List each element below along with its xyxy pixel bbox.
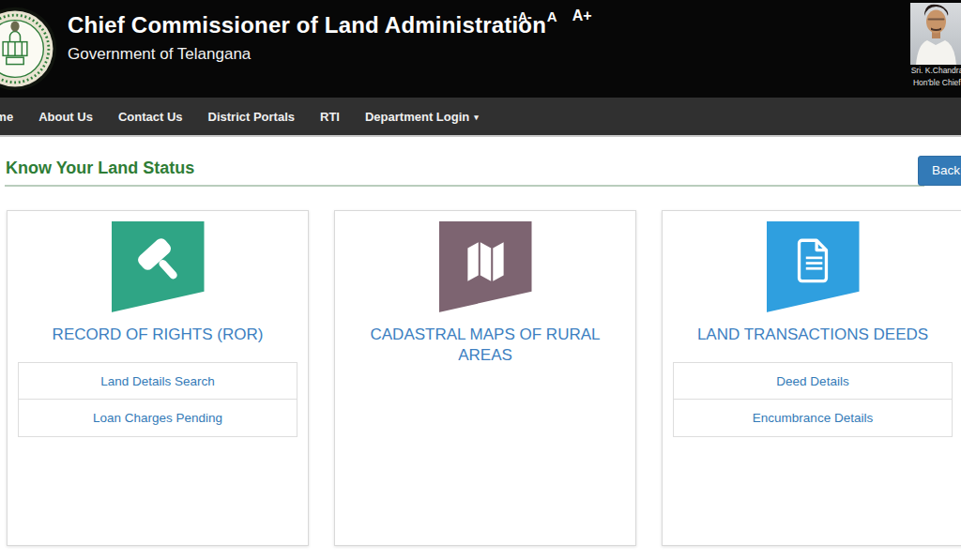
heading-divider bbox=[5, 185, 924, 187]
land-transactions-links: Deed Details Encumbrance Details bbox=[673, 362, 953, 437]
header-title-block: Chief Commissioner of Land Administratio… bbox=[68, 12, 546, 64]
telangana-emblem-logo bbox=[0, 6, 58, 92]
site-header: Chief Commissioner of Land Administratio… bbox=[0, 0, 961, 98]
main-nav: Home About Us Contact Us District Portal… bbox=[0, 98, 961, 137]
map-icon bbox=[439, 221, 532, 312]
document-icon bbox=[767, 221, 860, 312]
chief-minister-caption: Sri. K.Chandrase Hon'ble Chief M bbox=[880, 65, 961, 89]
chief-minister-photo bbox=[910, 3, 961, 65]
card-land-transactions: LAND TRANSACTIONS DEEDS Deed Details Enc… bbox=[662, 210, 961, 546]
link-deed-details[interactable]: Deed Details bbox=[673, 362, 953, 400]
nav-item-rti[interactable]: RTI bbox=[320, 110, 340, 124]
back-button[interactable]: Back bbox=[918, 156, 961, 186]
nav-item-home[interactable]: Home bbox=[0, 110, 13, 124]
font-increase-button[interactable]: A+ bbox=[572, 8, 592, 24]
link-loan-charges-pending[interactable]: Loan Charges Pending bbox=[18, 400, 297, 437]
site-title: Chief Commissioner of Land Administratio… bbox=[68, 12, 546, 38]
gavel-icon bbox=[112, 221, 205, 312]
card-title-record-of-rights: RECORD OF RIGHTS (ROR) bbox=[24, 325, 292, 345]
font-normal-button[interactable]: A bbox=[547, 8, 557, 24]
font-size-controls: A- A A+ bbox=[518, 8, 592, 24]
chief-minister-name: Sri. K.Chandrase bbox=[880, 65, 961, 77]
nav-item-contact-us[interactable]: Contact Us bbox=[118, 110, 183, 124]
font-decrease-button[interactable]: A- bbox=[518, 9, 532, 24]
page-title: Know Your Land Status bbox=[6, 159, 194, 178]
nav-item-about-us[interactable]: About Us bbox=[38, 110, 93, 124]
card-title-land-transactions: LAND TRANSACTIONS DEEDS bbox=[679, 325, 947, 345]
chief-minister-title: Hon'ble Chief M bbox=[880, 77, 961, 89]
link-encumbrance-details[interactable]: Encumbrance Details bbox=[673, 400, 953, 437]
site-subtitle: Government of Telangana bbox=[68, 45, 546, 64]
card-record-of-rights: RECORD OF RIGHTS (ROR) Land Details Sear… bbox=[7, 210, 309, 546]
link-land-details-search[interactable]: Land Details Search bbox=[18, 362, 297, 400]
nav-item-department-login[interactable]: Department Login▾ bbox=[365, 110, 479, 124]
department-login-label: Department Login bbox=[365, 110, 469, 124]
card-cadastral-maps: CADASTRAL MAPS OF RURAL AREAS bbox=[334, 210, 636, 546]
card-title-cadastral-maps: CADASTRAL MAPS OF RURAL AREAS bbox=[352, 325, 619, 366]
record-of-rights-links: Land Details Search Loan Charges Pending bbox=[18, 362, 297, 437]
caret-down-icon: ▾ bbox=[474, 113, 479, 122]
nav-item-district-portals[interactable]: District Portals bbox=[208, 110, 295, 124]
screen: Chief Commissioner of Land Administratio… bbox=[0, 0, 961, 560]
